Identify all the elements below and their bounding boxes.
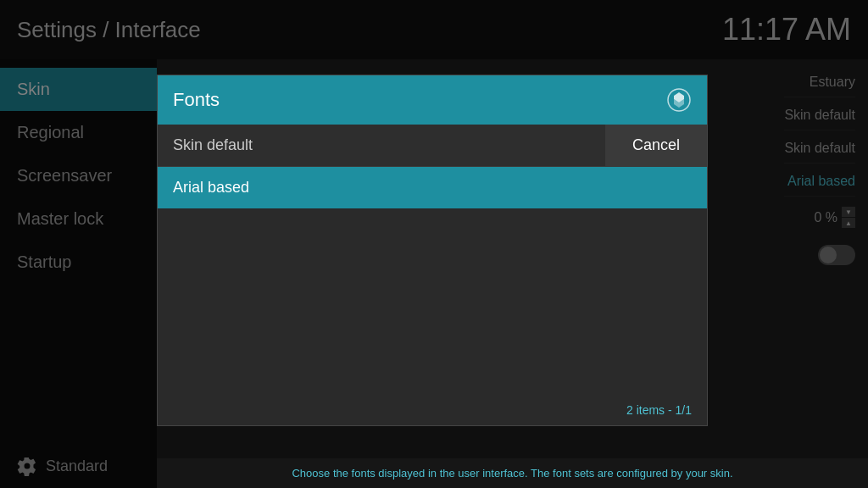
dialog-header: Fonts xyxy=(158,75,707,125)
cancel-button[interactable]: Cancel xyxy=(605,125,707,166)
bottom-hint: Choose the fonts displayed in the user i… xyxy=(157,458,868,488)
kodi-icon xyxy=(666,87,692,113)
dialog-body: Skin default Cancel Arial based 2 items … xyxy=(158,125,707,425)
modal-overlay: Fonts Skin default Cancel Arial based 2 … xyxy=(0,0,868,488)
dialog-item-count: 2 items - 1/1 xyxy=(626,403,692,417)
skin-default-option[interactable]: Skin default xyxy=(158,125,605,166)
dialog-top-row: Skin default Cancel xyxy=(158,125,707,167)
dialog-empty-area xyxy=(158,208,707,395)
fonts-dialog: Fonts Skin default Cancel Arial based 2 … xyxy=(157,75,708,426)
dialog-title: Fonts xyxy=(173,89,220,111)
arial-based-option[interactable]: Arial based xyxy=(158,167,707,208)
bottom-hint-text: Choose the fonts displayed in the user i… xyxy=(292,467,732,480)
dialog-footer: 2 items - 1/1 xyxy=(158,395,707,425)
